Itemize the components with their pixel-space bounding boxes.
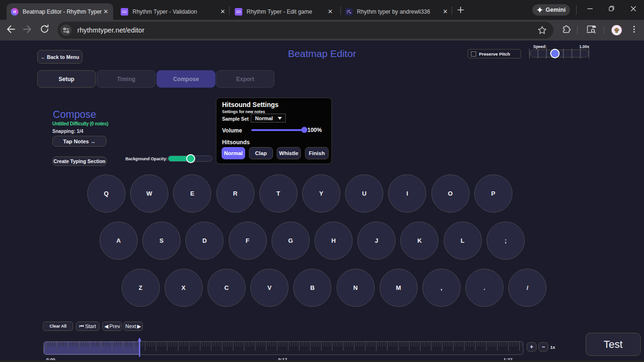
- svg-text:rt: rt: [13, 9, 16, 14]
